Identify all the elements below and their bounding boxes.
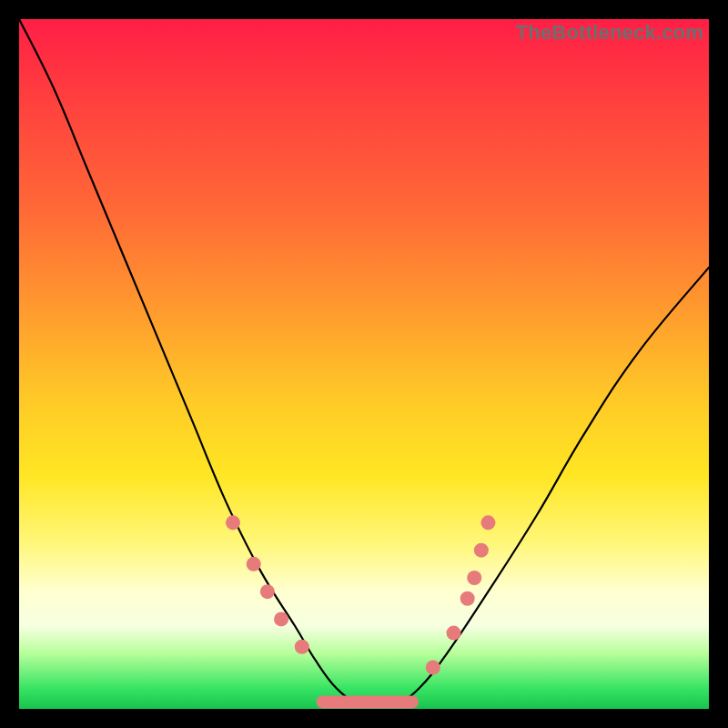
bottleneck-curve-svg bbox=[19, 19, 709, 709]
curve-marker bbox=[426, 661, 440, 675]
curve-marker bbox=[460, 592, 475, 606]
curve-marker bbox=[474, 543, 489, 558]
curve-marker bbox=[247, 557, 261, 571]
curve-marker bbox=[480, 515, 495, 530]
curve-marker bbox=[226, 515, 240, 530]
bottleneck-curve bbox=[19, 19, 709, 703]
plot-area: TheBottleneck.com bbox=[19, 19, 709, 709]
curve-marker bbox=[260, 584, 275, 599]
curve-marker bbox=[447, 626, 461, 641]
curve-marker bbox=[274, 612, 288, 626]
chart-frame: TheBottleneck.com bbox=[0, 0, 728, 728]
curve-marker bbox=[467, 571, 481, 585]
curve-marker bbox=[295, 640, 309, 654]
markers-left bbox=[226, 515, 309, 653]
